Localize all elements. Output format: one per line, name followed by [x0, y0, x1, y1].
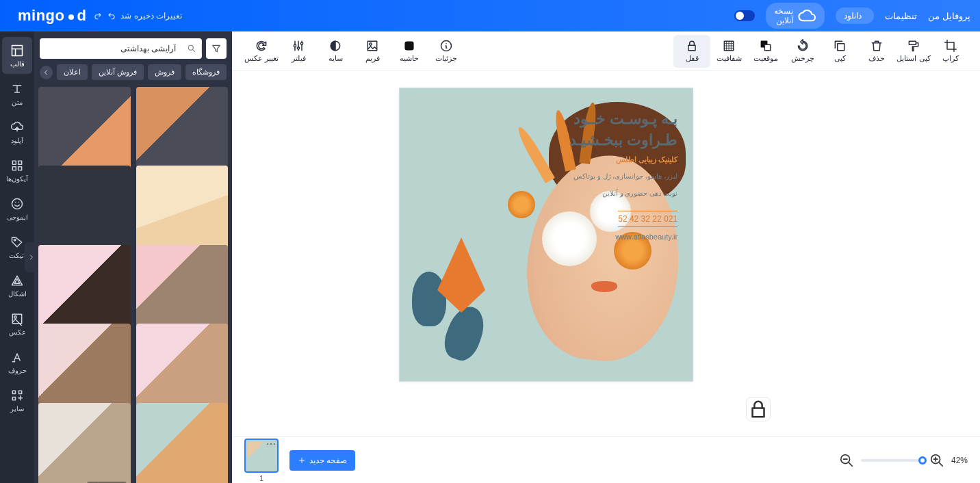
- crop-tool[interactable]: کراپ: [932, 35, 969, 68]
- lock-icon: [747, 397, 770, 421]
- rail-text[interactable]: متن: [2, 75, 32, 112]
- square-icon: [402, 39, 416, 53]
- rail-template[interactable]: قالب: [2, 37, 32, 74]
- settings-link[interactable]: تنظیمات: [885, 11, 917, 21]
- rail-fonts[interactable]: حروف: [2, 343, 32, 380]
- copy-style-tool[interactable]: کپی استایل: [895, 35, 932, 68]
- online-version-button[interactable]: نسخه آنلاین: [766, 3, 825, 29]
- svg-point-11: [297, 47, 299, 49]
- filter-button[interactable]: [206, 38, 227, 59]
- upload-icon: [10, 120, 24, 134]
- canvas-text-block[interactable]: بـه پـوسـت خــود طـراوت ببخـشیـد کلینیک …: [569, 109, 678, 241]
- chip-store[interactable]: فروشگاه: [185, 64, 227, 80]
- position-tool[interactable]: موقعیت: [747, 35, 784, 68]
- chip-notice[interactable]: اعلان: [57, 64, 88, 80]
- zoom-out-icon: [839, 453, 854, 468]
- svg-rect-21: [18, 166, 22, 170]
- save-status: تغییرات ذخیره شد: [93, 11, 182, 21]
- svg-rect-4: [688, 45, 695, 51]
- zoom-out-button[interactable]: [839, 453, 854, 468]
- border-tool[interactable]: حاشیه: [391, 35, 428, 68]
- zoom-value: 42%: [951, 456, 968, 465]
- svg-rect-6: [405, 42, 413, 50]
- online-version-label: نسخه آنلاین: [774, 6, 793, 25]
- template-search[interactable]: [40, 38, 202, 59]
- design-canvas[interactable]: بـه پـوسـت خــود طـراوت ببخـشیـد کلینیک …: [399, 88, 693, 382]
- zoom-in-button[interactable]: [929, 453, 944, 468]
- bottom-bar: 42% صفحه جدید 1: [232, 436, 980, 483]
- details-tool[interactable]: جزئیات: [428, 35, 465, 68]
- rail-upload[interactable]: آپلود: [2, 114, 32, 151]
- template-icon: [10, 44, 24, 57]
- redo-icon[interactable]: [93, 11, 103, 21]
- rail-icons[interactable]: آیکون‌ها: [2, 152, 32, 189]
- canvas-desc-2: نوبت دهی حضوری و آنلاین: [569, 188, 678, 198]
- canvas-phone: 021 22 32 42 52: [618, 211, 678, 227]
- rail-other[interactable]: سایر: [2, 382, 32, 419]
- svg-rect-18: [12, 161, 16, 164]
- templates-panel: فروشگاه فروش فروش آنلاین اعلان خدمات تتو…: [34, 31, 232, 483]
- new-page-button[interactable]: صفحه جدید: [289, 450, 355, 471]
- canvas-subtitle: کلینیک زیبایی اطلس: [569, 155, 678, 164]
- canvas-headline-1: بـه پـوسـت خــود: [569, 109, 678, 130]
- template-card-3[interactable]: مرکز مراقبت های پوستی: [136, 166, 229, 258]
- download-label: دانلود: [844, 11, 862, 21]
- template-card-5[interactable]: مرکز مراقبت های پوستی: [136, 245, 229, 337]
- canvas-area[interactable]: بـه پـوسـت خــود طـراوت ببخـشیـد کلینیک …: [232, 71, 980, 436]
- lock-icon: [685, 39, 699, 53]
- filter-tool[interactable]: فیلتر: [280, 35, 317, 68]
- template-card-2[interactable]: [38, 87, 131, 179]
- page-number: 1: [244, 474, 279, 482]
- rail-emoji[interactable]: ایموجی: [2, 190, 32, 227]
- template-search-input[interactable]: [40, 44, 181, 53]
- brand-logo[interactable]: dmingo: [18, 7, 86, 25]
- rail-shapes[interactable]: اشکال: [2, 267, 32, 304]
- theme-toggle[interactable]: [734, 10, 755, 21]
- lock-tool[interactable]: قفل: [673, 35, 710, 68]
- zoom-slider-knob[interactable]: [918, 456, 927, 465]
- zoom-slider[interactable]: [861, 459, 923, 462]
- copy-tool[interactable]: کپی: [821, 35, 858, 68]
- grid-icon: [10, 159, 24, 172]
- chips-scroll-left[interactable]: [40, 66, 53, 79]
- template-card-8[interactable]: روش های تازه: [38, 324, 131, 416]
- frame-tool[interactable]: فریم: [354, 35, 391, 68]
- template-card-7[interactable]: مرکز مراقبت های پوستی: [136, 324, 229, 416]
- chevron-left-icon: [42, 68, 50, 77]
- svg-rect-7: [368, 41, 376, 50]
- chip-online-sale[interactable]: فروش آنلاین: [92, 64, 144, 80]
- template-card-10[interactable]: مشاوره رایگان: [38, 403, 131, 483]
- svg-rect-13: [753, 408, 764, 417]
- rail-image[interactable]: عکس: [2, 305, 32, 342]
- template-card-9[interactable]: [136, 403, 229, 483]
- zoom-in-icon: [929, 453, 944, 468]
- template-card-4[interactable]: Tattoo Artist: [38, 166, 131, 258]
- svg-rect-0: [838, 44, 844, 51]
- triangle-icon: [10, 274, 24, 287]
- canvas-lock-indicator[interactable]: [746, 397, 771, 421]
- shadow-tool[interactable]: سایه: [317, 35, 354, 68]
- page-thumbnail-1[interactable]: [244, 439, 279, 473]
- delete-tool[interactable]: حذف: [858, 35, 895, 68]
- svg-rect-19: [18, 161, 22, 164]
- chip-sale[interactable]: فروش: [148, 64, 181, 80]
- smile-icon: [10, 197, 24, 211]
- image-icon: [365, 39, 379, 53]
- info-icon: [439, 39, 453, 53]
- change-image-tool[interactable]: تغییر عکس: [243, 35, 280, 68]
- rotate-tool[interactable]: چرخش: [784, 35, 821, 68]
- editor-area: کراپ کپی استایل حذف کپی چرخش: [232, 31, 980, 483]
- plus-icon: [298, 456, 306, 465]
- template-card-6[interactable]: پاکسازی پوست و صورت: [38, 245, 131, 337]
- undo-icon[interactable]: [107, 11, 116, 21]
- svg-point-8: [370, 43, 372, 45]
- page-thumb-container: 1: [244, 439, 279, 482]
- download-button[interactable]: دانلود: [836, 8, 874, 24]
- profile-link[interactable]: پروفایل من: [928, 11, 970, 21]
- svg-point-23: [14, 239, 16, 241]
- layers-icon: [759, 39, 773, 53]
- templates-grid[interactable]: خدمات تتو بدن انواع طرح هامرکز مراقبت ها…: [34, 83, 232, 483]
- template-card-1[interactable]: خدمات تتو بدن انواع طرح ها: [136, 87, 229, 179]
- opacity-tool[interactable]: شفافیت: [710, 35, 747, 68]
- panel-collapse-button[interactable]: [25, 242, 38, 272]
